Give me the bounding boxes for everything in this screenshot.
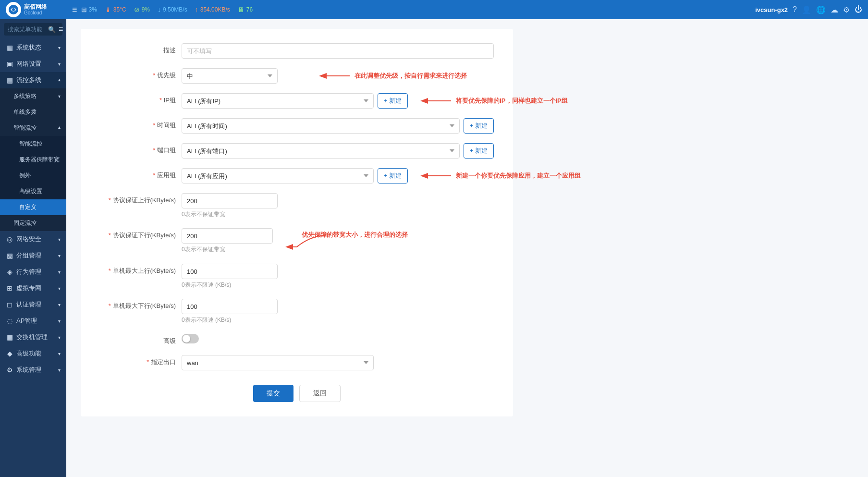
app-group-field: ALL(所有应用) + 新建 新建一个你要优先保障应用，建立一个应用组 bbox=[182, 168, 581, 183]
sidebar-item-behavior-mgmt[interactable]: ◈ 行为管理 ▾ bbox=[0, 264, 66, 280]
app-group-select[interactable]: ALL(所有应用) bbox=[182, 168, 374, 183]
cloud-icon[interactable]: ☁ bbox=[831, 5, 838, 14]
upload-guarantee-field: 200 0表示不保证带宽 bbox=[182, 193, 494, 219]
flow-icon: ▤ bbox=[6, 76, 13, 84]
sidebar-search[interactable]: 🔍 ≡ bbox=[4, 23, 62, 36]
sidebar-item-auth-mgmt[interactable]: ◻ 认证管理 ▾ bbox=[0, 296, 66, 313]
ip-group-arrow-icon bbox=[417, 94, 456, 108]
globe-icon[interactable]: 🌐 bbox=[816, 5, 826, 14]
sidebar-section-system: ▦ 系统状态 ▾ bbox=[0, 39, 66, 56]
hamburger-button[interactable]: ≡ bbox=[72, 5, 77, 15]
priority-arrow-icon bbox=[316, 69, 355, 83]
upload-guarantee-input[interactable]: 200 bbox=[182, 193, 278, 208]
sidebar-item-exception[interactable]: 例外 bbox=[0, 168, 66, 183]
time-group-new-button[interactable]: + 新建 bbox=[464, 118, 494, 134]
form-row-max-download: 单机最大下行(KByte/s) 100 0表示不限速 (KB/s) bbox=[100, 299, 494, 324]
cpu-stat: ⊞ 3% bbox=[81, 6, 97, 13]
ip-group-field: ALL(所有IP) + 新建 将要优先保障的IP，同样也建立一个IP组 bbox=[182, 93, 568, 109]
main-content: 描述 优先级 低 中 高 在此调整优先级，按自行 bbox=[66, 19, 868, 477]
search-icon: 🔍 bbox=[48, 26, 56, 33]
conn-icon: 🖥 bbox=[238, 6, 245, 13]
help-icon[interactable]: ? bbox=[793, 5, 797, 14]
sidebar-item-network-security[interactable]: ◎ 网络安全 ▾ bbox=[0, 231, 66, 247]
chevron-down-icon: ▾ bbox=[58, 269, 61, 275]
sidebar-item-network-settings[interactable]: ▣ 网络设置 ▾ bbox=[0, 56, 66, 72]
ip-group-annotation: 将要优先保障的IP，同样也建立一个IP组 bbox=[456, 97, 568, 105]
search-input[interactable] bbox=[8, 26, 46, 33]
sidebar-menu-button[interactable]: ≡ bbox=[59, 25, 63, 34]
sidebar-item-flow-multi[interactable]: ▤ 流控多线 ▾ bbox=[0, 72, 66, 88]
chevron-down-icon: ▾ bbox=[58, 351, 61, 356]
time-group-label: 时间组 bbox=[100, 118, 182, 130]
port-group-field: ALL(所有端口) + 新建 bbox=[182, 143, 494, 159]
form-row-ip-group: IP组 ALL(所有IP) + 新建 将要优先保障的IP，同样 bbox=[100, 93, 494, 109]
priority-field: 低 中 高 在此调整优先级，按自行需求来进行选择 bbox=[182, 68, 494, 84]
advanced-toggle[interactable] bbox=[182, 334, 494, 343]
sidebar-item-custom[interactable]: 自定义 bbox=[0, 199, 66, 215]
description-input[interactable] bbox=[182, 43, 494, 59]
port-group-select[interactable]: ALL(所有端口) bbox=[182, 143, 460, 159]
output-select[interactable]: wan bbox=[182, 355, 374, 370]
user-icon[interactable]: 👤 bbox=[802, 5, 811, 14]
app-group-new-button[interactable]: + 新建 bbox=[378, 168, 408, 183]
sidebar-item-system-status[interactable]: ▦ 系统状态 ▾ bbox=[0, 39, 66, 56]
sidebar-item-multi-policy[interactable]: 多线策略 ▾ bbox=[0, 88, 66, 104]
settings-icon[interactable]: ⚙ bbox=[843, 5, 850, 14]
chevron-down-icon: ▾ bbox=[58, 61, 61, 67]
sidebar-item-single-multi[interactable]: 单线多拨 bbox=[0, 104, 66, 120]
submit-button[interactable]: 提交 bbox=[253, 385, 293, 402]
advanced-icon: ◆ bbox=[6, 350, 13, 357]
form-row-priority: 优先级 低 中 高 在此调整优先级，按自行需求来进行选择 bbox=[100, 68, 494, 84]
sidebar-item-smart-flow-sub[interactable]: 智能流控 bbox=[0, 136, 66, 152]
sidebar-item-system-mgmt[interactable]: ⚙ 系统管理 ▾ bbox=[0, 362, 66, 378]
back-button[interactable]: 返回 bbox=[299, 385, 341, 402]
power-icon[interactable]: ⏻ bbox=[855, 5, 862, 14]
sidebar-item-server-guarantee[interactable]: 服务器保障带宽 bbox=[0, 152, 66, 168]
sidebar-item-group-mgmt[interactable]: ▩ 分组管理 ▾ bbox=[0, 247, 66, 264]
description-label: 描述 bbox=[100, 43, 182, 55]
form-container: 描述 优先级 低 中 高 在此调整优先级，按自行 bbox=[81, 29, 513, 416]
sidebar-item-advanced-func[interactable]: ◆ 高级功能 ▾ bbox=[0, 345, 66, 362]
download-guarantee-input[interactable]: 200 bbox=[182, 228, 273, 244]
vpn-icon: ⊞ bbox=[6, 284, 13, 292]
app-group-label: 应用组 bbox=[100, 168, 182, 180]
auth-icon: ◻ bbox=[6, 301, 13, 308]
port-group-new-button[interactable]: + 新建 bbox=[464, 143, 494, 159]
switch-icon: ▦ bbox=[6, 333, 13, 341]
mem-stat: ⊘ 9% bbox=[134, 6, 150, 13]
time-group-select[interactable]: ALL(所有时间) bbox=[182, 118, 460, 134]
temp-stat: 🌡 35°C bbox=[105, 6, 126, 13]
chevron-down-icon: ▾ bbox=[58, 253, 61, 258]
topbar-right: ivcsun-gx2 ? 👤 🌐 ☁ ⚙ ⏻ bbox=[755, 5, 862, 14]
max-download-field: 100 0表示不限速 (KB/s) bbox=[182, 299, 494, 324]
ip-group-select[interactable]: ALL(所有IP) bbox=[182, 93, 374, 109]
security-icon: ◎ bbox=[6, 235, 13, 243]
chevron-down-icon: ▾ bbox=[58, 302, 61, 307]
cpu-icon: ⊞ bbox=[81, 6, 87, 13]
upload-guarantee-label: 协议保证上行(KByte/s) bbox=[100, 193, 182, 205]
form-row-port-group: 端口组 ALL(所有端口) + 新建 bbox=[100, 143, 494, 159]
max-upload-input[interactable]: 100 bbox=[182, 264, 278, 279]
max-download-hint: 0表示不限速 (KB/s) bbox=[182, 316, 494, 324]
sidebar-item-vpn[interactable]: ⊞ 虚拟专网 ▾ bbox=[0, 280, 66, 296]
download-guarantee-hint: 0表示不保证带宽 bbox=[182, 245, 273, 254]
port-group-label: 端口组 bbox=[100, 143, 182, 155]
priority-select[interactable]: 低 中 高 bbox=[182, 68, 278, 84]
chevron-down-icon: ▾ bbox=[58, 94, 61, 99]
svg-point-1 bbox=[12, 8, 15, 11]
form-row-output: 指定出口 wan bbox=[100, 355, 494, 370]
sidebar-item-ap-mgmt[interactable]: ◌ AP管理 ▾ bbox=[0, 313, 66, 329]
ip-group-label: IP组 bbox=[100, 93, 182, 105]
ip-group-new-button[interactable]: + 新建 bbox=[378, 93, 408, 109]
output-field: wan bbox=[182, 355, 494, 370]
max-upload-hint: 0表示不限速 (KB/s) bbox=[182, 281, 494, 289]
max-download-label: 单机最大下行(KByte/s) bbox=[100, 299, 182, 310]
sidebar-item-switch-mgmt[interactable]: ▦ 交换机管理 ▾ bbox=[0, 329, 66, 345]
sidebar-item-fixed-flow[interactable]: 固定流控 bbox=[0, 215, 66, 231]
sidebar-item-advanced-settings[interactable]: 高级设置 bbox=[0, 183, 66, 199]
sidebar-item-smart-flow[interactable]: 智能流控 ▾ bbox=[0, 120, 66, 136]
topbar-stats: ⊞ 3% 🌡 35°C ⊘ 9% ↓ 9.50MB/s ↑ 354.00KB/s… bbox=[81, 6, 756, 13]
network-icon: ▣ bbox=[6, 60, 13, 68]
behavior-icon: ◈ bbox=[6, 268, 13, 276]
max-download-input[interactable]: 100 bbox=[182, 299, 278, 314]
